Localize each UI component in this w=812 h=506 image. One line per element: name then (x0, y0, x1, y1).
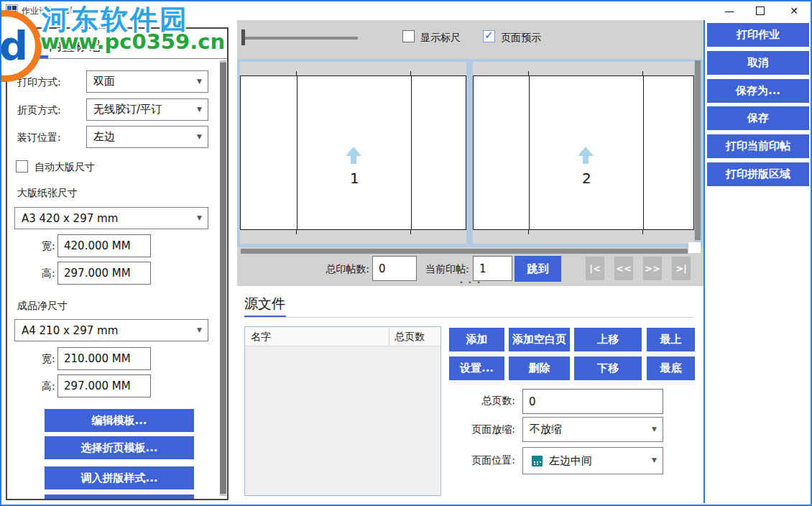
page-position-label: 页面位置: (451, 454, 515, 467)
fold-settings-panel: 折页 内置标记 打印方式: 双面 ▼ 折页方式: 无线胶订/平订 ▼ 装订位置:… (6, 27, 229, 500)
page-preview-label: 页面预示 (501, 32, 541, 45)
fold-line (643, 76, 644, 229)
binding-pos-select[interactable]: 左边 ▼ (86, 126, 208, 148)
minimize-button[interactable]: — (719, 4, 739, 18)
check-icon: ✓ (484, 29, 494, 42)
move-up-button[interactable]: 上移 (574, 328, 642, 351)
clipped-bottom-button[interactable] (45, 494, 194, 500)
delete-button[interactable]: 删除 (509, 356, 570, 380)
sheet-2[interactable]: 2 (473, 62, 694, 244)
close-button[interactable]: ✕ (784, 4, 804, 18)
sheet-2-body: 2 (473, 75, 694, 230)
preview-horizontal-scrollbar[interactable] (241, 249, 688, 254)
page-number: 1 (350, 170, 359, 187)
move-bottom-button[interactable]: 最底 (647, 356, 695, 380)
binding-pos-label: 装订位置: (17, 132, 61, 144)
edit-template-button[interactable]: 编辑模板... (45, 409, 194, 432)
sheet-size-preset-value: A3 420 x 297 mm (22, 212, 118, 225)
column-name[interactable]: 名字 (251, 331, 271, 344)
save-button[interactable]: 保存 (707, 106, 809, 130)
source-files-table[interactable]: 名字 总页数 (244, 326, 441, 496)
move-top-button[interactable]: 最上 (647, 328, 695, 351)
show-ruler-checkbox[interactable] (402, 30, 415, 42)
fold-line (297, 76, 297, 229)
sheet-height-input[interactable] (57, 262, 151, 285)
page-preview-checkbox[interactable]: ✓ (483, 30, 495, 42)
splitter-handle[interactable]: • • • (453, 279, 489, 286)
current-signature-input[interactable] (473, 256, 512, 281)
sheet-height-label: 高: (42, 267, 55, 280)
select-fold-template-button[interactable]: 选择折页模板... (45, 436, 194, 459)
sheet-size-section-label: 大版纸张尺寸 (17, 187, 78, 200)
zoom-slider[interactable] (244, 37, 358, 40)
sheet-width-label: 宽: (42, 240, 55, 253)
preview-vertical-scrollbar[interactable] (695, 60, 701, 240)
page-position-value: 左边中间 (549, 454, 592, 468)
panel-scrollbar[interactable] (220, 60, 226, 496)
chevron-down-icon: ▼ (652, 456, 657, 464)
source-files-title: 源文件 (244, 295, 285, 313)
print-current-signature-button[interactable]: 打印当前印帖 (707, 134, 809, 158)
resize-grip[interactable] (688, 242, 701, 253)
save-as-button[interactable]: 保存为... (707, 79, 809, 103)
maximize-button[interactable] (756, 6, 765, 15)
trim-size-preset-select[interactable]: A4 210 x 297 mm ▼ (14, 319, 208, 341)
page-scale-select[interactable]: 不放缩 ▼ (522, 417, 663, 442)
cancel-button[interactable]: 取消 (707, 51, 809, 75)
prev-signature-button[interactable]: << (614, 257, 633, 280)
last-signature-button[interactable]: >| (672, 257, 691, 280)
sheet-1[interactable]: 1 (240, 62, 466, 244)
chevron-down-icon: ▼ (197, 214, 202, 221)
app-icon (6, 4, 18, 17)
print-mode-value: 双面 (93, 75, 115, 88)
up-arrow-icon (351, 155, 356, 164)
imposition-preview[interactable]: 1 2 (237, 59, 704, 247)
job-settings-window: 作业设置--Job — ✕ 折页 内置标记 打印方式: 双面 ▼ 折页方式: 无… (0, 0, 812, 506)
table-header: 名字 总页数 (245, 327, 440, 346)
settings-button[interactable]: 设置... (449, 356, 504, 380)
print-job-button[interactable]: 打印作业 (707, 23, 809, 47)
tab-divider (7, 58, 227, 59)
tick-mark (528, 230, 529, 234)
panel-scrollbar-thumb[interactable] (220, 63, 226, 494)
auto-sheet-size-checkbox[interactable] (16, 160, 28, 172)
add-blank-page-button[interactable]: 添加空白页 (509, 328, 570, 351)
fold-mode-select[interactable]: 无线胶订/平订 ▼ (86, 98, 208, 121)
zoom-slider-handle[interactable] (241, 29, 245, 45)
trim-height-input[interactable] (57, 374, 151, 397)
fold-line (529, 76, 530, 229)
align-left-middle-icon (532, 456, 543, 466)
right-panel-divider (703, 20, 705, 503)
move-down-button[interactable]: 下移 (574, 356, 642, 380)
next-signature-button[interactable]: >> (643, 257, 662, 280)
fold-mode-value: 无线胶订/平订 (93, 103, 162, 116)
total-pages-label: 总页数: (451, 395, 515, 408)
page-position-select[interactable]: 左边中间 ▼ (522, 447, 663, 474)
sheet-width-input[interactable] (57, 234, 151, 257)
binding-pos-value: 左边 (93, 130, 115, 144)
chevron-down-icon: ▼ (197, 106, 202, 113)
source-files-pane: 源文件 名字 总页数 添加 添加空白页 上移 最上 设置... 删除 下移 最底… (237, 286, 704, 500)
total-signatures-label: 总印帖数: (325, 263, 369, 276)
trim-size-preset-value: A4 210 x 297 mm (22, 324, 118, 337)
print-imposition-area-button[interactable]: 打印拼版区域 (707, 162, 809, 186)
auto-sheet-size-label: 自动大版尺寸 (34, 161, 95, 174)
fold-mode-label: 折页方式: (17, 104, 61, 117)
trim-size-section-label: 成品净尺寸 (17, 300, 68, 313)
print-mode-select[interactable]: 双面 ▼ (86, 70, 208, 93)
total-pages-input[interactable] (522, 389, 663, 414)
first-signature-button[interactable]: |< (586, 257, 604, 280)
tab-fold[interactable]: 折页 (11, 37, 37, 55)
sheet-size-preset-select[interactable]: A3 420 x 297 mm ▼ (14, 207, 208, 229)
total-signatures-input[interactable] (372, 256, 417, 281)
tab-builtin-marks[interactable]: 内置标记 (49, 37, 101, 55)
add-button[interactable]: 添加 (449, 328, 504, 351)
column-total-pages[interactable]: 总页数 (395, 331, 425, 344)
trim-width-input[interactable] (57, 347, 151, 370)
load-imposition-style-button[interactable]: 调入拼版样式... (45, 466, 194, 489)
fold-line (411, 76, 412, 229)
trim-width-label: 宽: (42, 353, 55, 366)
action-panel: 打印作业 取消 保存为... 保存 打印当前印帖 打印拼版区域 (706, 20, 811, 500)
goto-button[interactable]: 跳到 (515, 256, 561, 282)
chevron-down-icon: ▼ (652, 426, 657, 433)
